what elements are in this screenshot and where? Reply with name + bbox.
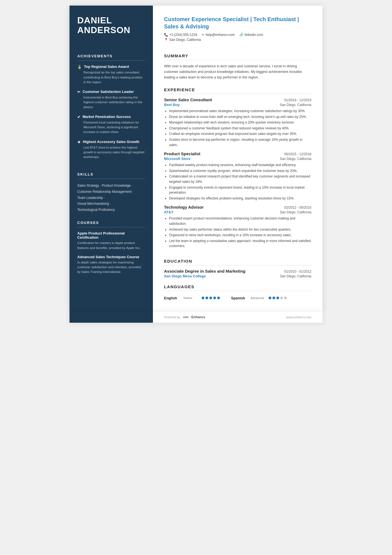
- language-name: English: [164, 296, 181, 300]
- bullet-item: Championed a customer feedback system th…: [169, 126, 311, 131]
- skill-item: Customer Relationship Management: [77, 190, 132, 194]
- bullet-item: Provided expert product recommendations,…: [169, 216, 311, 226]
- bullet-item: Spearheaded a customer loyalty program, …: [169, 168, 311, 174]
- course-desc: Certification for mastery in Apple produ…: [77, 241, 145, 250]
- main-content: Customer Experience Specialist | Tech En…: [153, 6, 322, 311]
- course-item: Advanced Sales Techniques Course In-dept…: [77, 255, 145, 275]
- footer-website: www.enhancv.com: [286, 315, 311, 319]
- bullet-item: Led the team in adopting a consultative …: [169, 238, 311, 249]
- language-item: English Native: [164, 296, 220, 300]
- language-dots: [202, 297, 220, 299]
- experience-item: Product Specialist 06/2015 - 12/2018 Mic…: [164, 151, 311, 205]
- bullet-item: Collaborated on a market research projec…: [169, 174, 311, 184]
- achievements-title: ACHIEVEMENTS: [77, 54, 145, 58]
- achievement-title: ✂ Customer Satisfaction Leader: [77, 90, 145, 94]
- bullet-item: Facilitated weekly product training sess…: [169, 162, 311, 168]
- enhancv-logo-icon: [182, 315, 190, 319]
- first-name: DANIEL: [77, 15, 112, 25]
- link-icon: 🔗: [239, 33, 244, 37]
- education-item: Associate Degree in Sales and Marketing …: [164, 269, 311, 278]
- course-desc: In-depth sales strategies for maximizing…: [77, 260, 145, 275]
- job-dates: 01/2019 - 12/2023: [284, 98, 311, 102]
- achievement-item: ✂ Customer Satisfaction Leader Instrumen…: [77, 90, 145, 110]
- email-icon: ✉: [202, 33, 204, 37]
- footer-powered-by: Powered by Enhancv: [164, 315, 205, 319]
- school-name: San Diego Mesa College: [164, 274, 206, 278]
- dot-filled: [276, 297, 279, 299]
- bullet-item: Developed strategies for effective probl…: [169, 196, 311, 201]
- language-level: Advanced: [250, 296, 266, 300]
- experience-section-title: EXPERIENCE: [164, 87, 311, 92]
- check-icon: ✔: [77, 115, 80, 119]
- dot-filled: [205, 297, 208, 299]
- job-dates: 06/2015 - 12/2018: [284, 152, 311, 156]
- language-name: Spanish: [231, 296, 248, 300]
- skill-item: Technological Proficiency: [77, 208, 115, 212]
- dot-filled: [269, 297, 271, 299]
- job-title: Senior Sales Consultant: [164, 97, 212, 102]
- course-title: Apple Product Professional Certification: [77, 231, 145, 240]
- contact-row: 📞 +1-(234)-555-1234 ✉ help@enhancv.com 🔗…: [164, 33, 311, 37]
- achievement-desc: Pioneered local marketing initiatives fo…: [83, 120, 145, 135]
- email-contact: ✉ help@enhancv.com: [202, 33, 235, 37]
- dot-empty: [284, 297, 287, 299]
- achievement-desc: Instrumental in Best Buy achieving the h…: [83, 95, 145, 110]
- skills-title: SKILLS: [77, 172, 145, 176]
- languages-section-title: LANGUAGES: [164, 284, 311, 289]
- phone-contact: 📞 +1-(234)-555-1234: [164, 33, 197, 37]
- skill-item: Product Knowledge: [102, 184, 131, 188]
- experience-item: Senior Sales Consultant 01/2019 - 12/202…: [164, 97, 311, 151]
- edu-dates: 01/2010 - 01/2012: [284, 270, 311, 273]
- job-location: San Diego, California: [280, 157, 311, 161]
- brand-name: Enhancv: [191, 315, 205, 319]
- dot-filled: [213, 297, 216, 299]
- powered-by-label: Powered by: [164, 315, 180, 319]
- courses-title: COURSES: [77, 221, 145, 225]
- company-name: AT&T: [164, 210, 173, 214]
- course-item: Apple Product Professional Certification…: [77, 231, 145, 250]
- achievement-title: 🏅 Top Regional Sales Award: [77, 65, 145, 69]
- job-location: San Diego, California: [280, 103, 311, 107]
- main-headline: Customer Experience Specialist | Tech En…: [164, 16, 311, 30]
- skill-item: Visual Merchandising: [77, 202, 109, 206]
- bullet-item: Implemented personalized sales strategie…: [169, 108, 311, 114]
- bullet-item: Drove an initiative to cross-train staff…: [169, 114, 311, 120]
- language-dots: [269, 297, 287, 299]
- achievement-item: ★ Highest Accessory Sales Growth Led AT&…: [77, 140, 145, 160]
- last-name: ANDERSON: [77, 25, 130, 35]
- linkedin-contact: 🔗 linkedin.com: [239, 33, 263, 37]
- skills-list: Sales Strategy · Product Knowledge · Cus…: [77, 183, 145, 213]
- achievement-title: ✔ Market Penetration Success: [77, 115, 145, 119]
- achievement-desc: Led AT&T store to achieve the highest gr…: [83, 145, 145, 160]
- email-address: help@enhancv.com: [205, 33, 235, 37]
- dot-filled: [202, 297, 204, 299]
- bullet-item: Achieved top sales performer status with…: [169, 227, 311, 232]
- edu-location: San Diego, California: [280, 274, 311, 278]
- bullet-item: Organized in-store tech workshops, resul…: [169, 233, 311, 238]
- summary-text: With over a decade of experience in tech…: [164, 63, 311, 80]
- linkedin-url: linkedin.com: [245, 33, 263, 37]
- achievement-item: 🏅 Top Regional Sales Award Recognized as…: [77, 65, 145, 85]
- languages-row: English Native Spanish Advanced: [164, 296, 311, 300]
- job-title: Technology Advisor: [164, 205, 204, 209]
- dot-filled: [217, 297, 220, 299]
- company-name: Microsoft Store: [164, 157, 190, 161]
- achievement-item: ✔ Market Penetration Success Pioneered l…: [77, 115, 145, 135]
- course-title: Advanced Sales Techniques Course: [77, 255, 145, 259]
- skill-item: Team Leadership: [77, 196, 103, 200]
- education-section-title: EDUCATION: [164, 259, 311, 263]
- bullet-item: Managed relationships with tech vendors,…: [169, 120, 311, 125]
- phone-icon: 📞: [164, 33, 168, 37]
- language-level: Native: [183, 296, 199, 300]
- skill-item: Sales Strategy: [77, 184, 99, 188]
- scissors-icon: ✂: [77, 90, 80, 94]
- degree-title: Associate Degree in Sales and Marketing: [164, 269, 245, 273]
- award-icon: 🏅: [77, 65, 82, 69]
- achievement-title: ★ Highest Accessory Sales Growth: [77, 140, 145, 144]
- dot-empty: [280, 297, 283, 299]
- phone-number: +1-(234)-555-1234: [169, 33, 197, 37]
- job-title: Product Specialist: [164, 151, 200, 156]
- summary-section-title: SUMMARY: [164, 53, 311, 58]
- job-dates: 02/2012 - 05/2015: [284, 206, 311, 209]
- location-row: 📍 San Diego, California: [164, 38, 311, 42]
